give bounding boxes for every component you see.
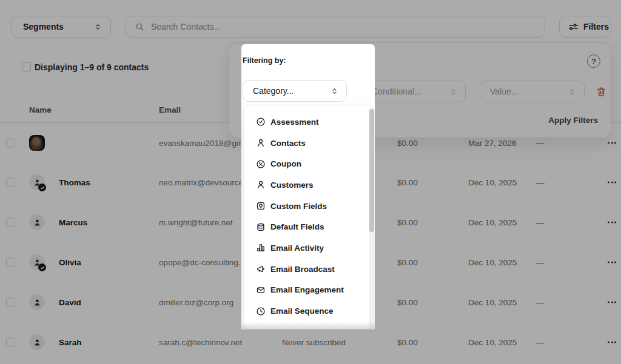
category-dropdown: AssessmentContactsCouponCustomersCustom … [243, 105, 374, 329]
category-option-label: Email Sequence [270, 306, 334, 316]
category-option-label: Assessment [270, 117, 319, 127]
category-option-label: Custom Fields [270, 202, 327, 211]
chevron-up-down-icon [331, 87, 338, 95]
category-option-default-fields[interactable]: Default Fields [244, 216, 373, 237]
category-option-assessment[interactable]: Assessment [244, 111, 373, 133]
category-option-label: Coupon [270, 159, 301, 168]
category-option-email-sequence[interactable]: Email Sequence [244, 300, 373, 322]
category-option-email-engagement[interactable]: Email Engagement [244, 280, 373, 301]
category-option-label: Contacts [270, 139, 306, 148]
category-option-label: Email Activity [270, 243, 324, 253]
filter-rule-spotlight: Filtering by: Category... AssessmentCont… [241, 44, 375, 329]
category-option-custom-fields[interactable]: Custom Fields [244, 196, 373, 217]
shield-square-icon [256, 201, 266, 211]
category-select-value: Category... [253, 86, 294, 96]
dropdown-scrollbar-thumb[interactable] [369, 109, 374, 232]
category-option-contacts[interactable]: Contacts [244, 133, 373, 154]
category-option-label: Email Engagement [270, 285, 344, 294]
person-icon [256, 180, 266, 190]
category-option-email-activity[interactable]: Email Activity [244, 237, 373, 259]
category-option-customers[interactable]: Customers [244, 174, 373, 196]
category-option-label: Email Broadcast [270, 265, 335, 274]
envelope-icon [256, 285, 266, 295]
person-icon [256, 138, 266, 148]
category-option-coupon[interactable]: Coupon [244, 153, 373, 174]
clock-icon [256, 306, 266, 316]
category-option-email-broadcast[interactable]: Email Broadcast [244, 259, 373, 280]
category-option-label: Default Fields [270, 222, 324, 231]
category-select[interactable]: Category... [243, 80, 347, 102]
bar-chart-icon [256, 243, 266, 253]
dropdown-bottom-fade [241, 322, 375, 329]
badge-check-icon [256, 117, 266, 127]
percent-circle-icon [256, 159, 266, 169]
filtering-by-label: Filtering by: [243, 56, 286, 65]
contacts-page: Segments Filters Displaying 1–9 of 9 con… [0, 0, 621, 364]
database-icon [256, 222, 266, 232]
category-option-label: Customers [270, 180, 314, 190]
megaphone-icon [256, 264, 266, 274]
